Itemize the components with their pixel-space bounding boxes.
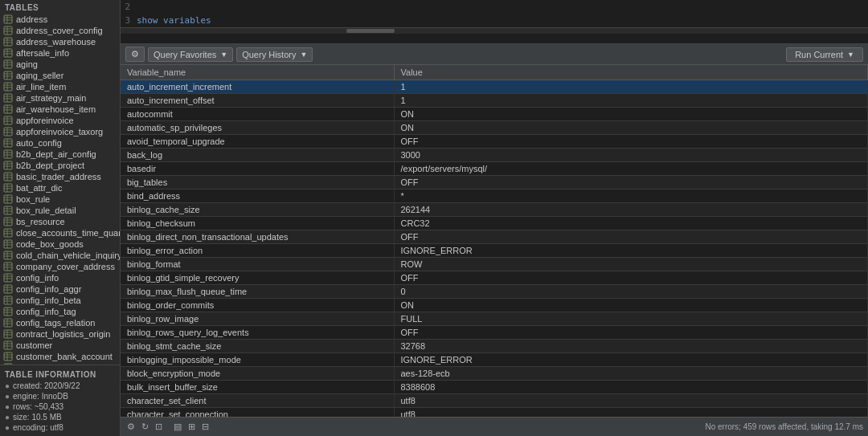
sidebar-table-item[interactable]: config_info_aggr: [0, 283, 120, 295]
sidebar-table-item[interactable]: b2b_dept_project: [0, 160, 120, 171]
line-number: 3: [121, 15, 137, 26]
main-layout: TABLES address address_cover_config addr…: [0, 0, 868, 436]
table-icon: [3, 239, 13, 249]
table-row[interactable]: bind_address*: [121, 189, 868, 203]
table-row[interactable]: binlog_row_imageFULL: [121, 312, 868, 326]
results-table-container[interactable]: Variable_name Value auto_increment_incre…: [121, 65, 868, 417]
table-row[interactable]: binlog_max_flush_queue_time0: [121, 285, 868, 299]
sidebar-table-item[interactable]: appforeinvoice_taxorg: [0, 126, 120, 137]
content-area: 23show variables ⚙ Query Favorites ▼ Que…: [121, 0, 868, 436]
table-row[interactable]: binlog_order_commitsON: [121, 299, 868, 312]
column-header-value[interactable]: Value: [394, 65, 868, 80]
sidebar-table-item[interactable]: config_info: [0, 272, 120, 283]
table-row[interactable]: bulk_insert_buffer_size8388608: [121, 381, 868, 394]
run-current-button[interactable]: Run Current ▼: [786, 47, 863, 62]
query-history-button[interactable]: Query History ▼: [236, 47, 313, 62]
table-row[interactable]: character_set_clientutf8: [121, 394, 868, 408]
sidebar-table-item[interactable]: air_strategy_main: [0, 92, 120, 104]
sidebar-table-item[interactable]: box_rule_detail: [0, 205, 120, 216]
sidebar-table-item[interactable]: aging_seller: [0, 70, 120, 81]
table-item-label: address_cover_config: [16, 26, 103, 35]
value-cell: ON: [394, 121, 868, 135]
sidebar-table-item[interactable]: company_cover_address: [0, 261, 120, 272]
variable-name-cell: automatic_sp_privileges: [121, 121, 394, 135]
table-row[interactable]: binlog_checksumCRC32: [121, 217, 868, 230]
sidebar-table-item[interactable]: air_line_item: [0, 81, 120, 92]
sidebar-table-item[interactable]: aftersale_info: [0, 47, 120, 59]
sidebar-table-item[interactable]: config_tags_relation: [0, 317, 120, 328]
table-row[interactable]: autocommitON: [121, 108, 868, 121]
tables-list[interactable]: address address_cover_config address_war…: [0, 14, 120, 365]
sidebar-table-item[interactable]: bs_resource: [0, 216, 120, 227]
sidebar-table-item[interactable]: aging: [0, 59, 120, 70]
status-icon-1[interactable]: ⚙: [125, 421, 137, 433]
table-item-label: config_info_tag: [16, 307, 76, 316]
table-item-label: config_info_beta: [16, 295, 81, 305]
table-item-label: customer_bank_account: [16, 352, 113, 361]
table-row[interactable]: binlog_direct_non_transactional_updatesO…: [121, 230, 868, 244]
variable-name-cell: binlog_stmt_cache_size: [121, 340, 394, 353]
table-row[interactable]: binlog_gtid_simple_recoveryOFF: [121, 271, 868, 285]
column-header-variable-name[interactable]: Variable_name: [121, 65, 394, 80]
value-cell: aes-128-ecb: [394, 367, 868, 381]
table-row[interactable]: binlogging_impossible_modeIGNORE_ERROR: [121, 353, 868, 367]
value-cell: FULL: [394, 312, 868, 326]
status-icon-6[interactable]: ⊟: [200, 421, 211, 433]
sidebar-table-item[interactable]: contract_logistics_origin: [0, 328, 120, 340]
query-editor[interactable]: 23show variables: [121, 0, 868, 44]
editor-lines[interactable]: 23show variables: [121, 0, 868, 27]
status-icon-4[interactable]: ▤: [172, 421, 183, 433]
sidebar-table-item[interactable]: customer: [0, 340, 120, 351]
sidebar-table-item[interactable]: address_cover_config: [0, 25, 120, 36]
table-icon: [3, 59, 13, 69]
table-item-label: b2b_dept_air_config: [16, 149, 96, 159]
sidebar-table-item[interactable]: config_info_tag: [0, 306, 120, 317]
query-favorites-button[interactable]: Query Favorites ▼: [148, 47, 233, 62]
status-icon-3[interactable]: ⊡: [154, 421, 164, 433]
sidebar-table-item[interactable]: box_rule: [0, 194, 120, 205]
sidebar-table-item[interactable]: customer_bank_account: [0, 351, 120, 362]
horizontal-scrollbar[interactable]: [121, 27, 868, 34]
sidebar-table-item[interactable]: address: [0, 14, 120, 25]
status-icon-2[interactable]: ↻: [140, 421, 150, 433]
table-row[interactable]: character_set_connectionutf8: [121, 408, 868, 418]
table-row[interactable]: back_log3000: [121, 149, 868, 162]
sidebar-table-item[interactable]: bat_attr_dic: [0, 182, 120, 194]
table-row[interactable]: basedir/export/servers/mysql/: [121, 162, 868, 176]
table-row[interactable]: binlog_rows_query_log_eventsOFF: [121, 326, 868, 340]
gear-button[interactable]: ⚙: [125, 47, 145, 62]
sidebar-table-item[interactable]: air_warehouse_item: [0, 104, 120, 115]
table-icon: [3, 352, 13, 361]
query-favorites-label: Query Favorites: [154, 50, 216, 59]
value-cell: *: [394, 189, 868, 203]
table-row[interactable]: auto_increment_offset1: [121, 94, 868, 108]
table-row[interactable]: avoid_temporal_upgradeOFF: [121, 135, 868, 149]
sidebar-table-item[interactable]: basic_trader_address: [0, 171, 120, 182]
table-row[interactable]: binlog_cache_size262144: [121, 203, 868, 217]
h-scrollbar-thumb[interactable]: [346, 29, 395, 33]
table-row[interactable]: auto_increment_increment1: [121, 80, 868, 94]
sidebar-table-item[interactable]: code_box_goods: [0, 238, 120, 250]
svg-rect-20: [4, 71, 12, 79]
variable-name-cell: binlog_error_action: [121, 244, 394, 258]
table-row[interactable]: block_encryption_modeaes-128-ecb: [121, 367, 868, 381]
table-row[interactable]: binlog_stmt_cache_size32768: [121, 340, 868, 353]
table-row[interactable]: big_tablesOFF: [121, 176, 868, 189]
table-row[interactable]: binlog_formatROW: [121, 258, 868, 271]
info-item-icon: ●: [5, 402, 10, 411]
query-history-label: Query History: [242, 50, 296, 59]
sidebar-table-item[interactable]: auto_config: [0, 137, 120, 149]
status-icon-5[interactable]: ⊞: [186, 421, 197, 433]
sidebar-table-item[interactable]: config_info_beta: [0, 295, 120, 306]
table-item-label: air_strategy_main: [16, 93, 86, 103]
sidebar-table-item[interactable]: close_accounts_time_quantum: [0, 227, 120, 238]
table-row[interactable]: automatic_sp_privilegesON: [121, 121, 868, 135]
variable-name-cell: auto_increment_increment: [121, 80, 394, 94]
status-bar-left: ⚙ ↻ ⊡ ▤ ⊞ ⊟: [125, 421, 211, 433]
sidebar-table-item[interactable]: cold_chain_vehicle_inquiry: [0, 250, 120, 261]
sidebar-table-item[interactable]: b2b_dept_air_config: [0, 149, 120, 160]
sidebar-table-item[interactable]: address_warehouse: [0, 36, 120, 47]
sidebar-table-item[interactable]: appforeinvoice: [0, 115, 120, 126]
line-content[interactable]: show variables: [137, 15, 868, 26]
table-row[interactable]: binlog_error_actionIGNORE_ERROR: [121, 244, 868, 258]
